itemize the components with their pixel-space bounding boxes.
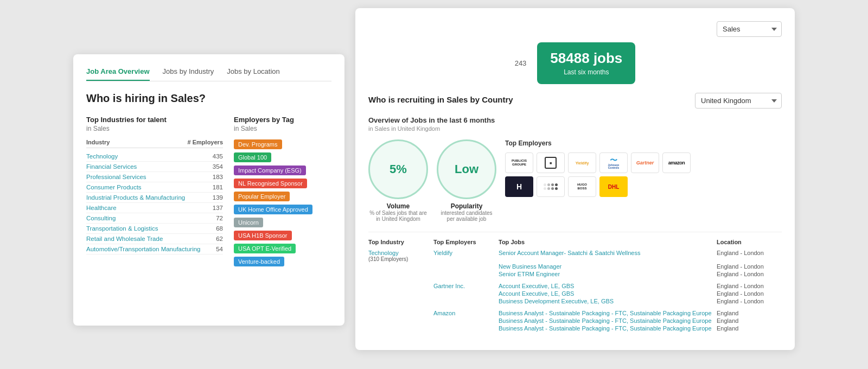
table-row: Industrial Products & Manufacturing 139 <box>86 193 223 203</box>
tag-venture-backed[interactable]: Venture-backed <box>234 257 284 266</box>
popularity-block: Low Popularity interested candidates per… <box>437 139 496 222</box>
logo-row-1: PUBLICISGROUPE ■ Yieldify <box>505 152 782 173</box>
tag-popular-employer[interactable]: Popular Employer <box>234 192 290 201</box>
job-location: England - London <box>717 283 782 289</box>
tag-impact-company[interactable]: Impact Company (ESG) <box>234 166 306 175</box>
industry-name[interactable]: Consumer Products <box>86 184 142 190</box>
industries-subtitle: in Sales <box>86 125 223 132</box>
overview-section: Overview of Jobs in the last 6 months in… <box>368 116 782 332</box>
table-row: Transportation & Logistics 68 <box>86 224 223 234</box>
volume-desc: % of Sales jobs that are in United Kingd… <box>368 210 428 222</box>
job-link[interactable]: Business Analyst - Sustainable Packaging… <box>499 310 717 316</box>
industry-name[interactable]: Retail and Wholesale Trade <box>86 236 163 242</box>
tag-home-office[interactable]: UK Home Office Approved <box>234 205 312 214</box>
industry-count: 72 <box>216 215 223 221</box>
industry-count: 183 <box>213 174 223 180</box>
right-card: Sales 243 58488 jobs Last six months Who… <box>355 8 795 350</box>
industry-link[interactable]: Technology <box>368 250 433 256</box>
job-link[interactable]: Senior Account Manager- Saatchi & Saatch… <box>499 250 717 262</box>
employer-group-yieldify: Technology (310 Employers) Yieldify Seni… <box>368 250 782 277</box>
page-wrapper: Job Area Overview Jobs by Industry Jobs … <box>0 0 868 369</box>
overview-subtitle: in Sales in United Kingdom <box>368 125 782 132</box>
employer-link[interactable]: Yieldify <box>433 250 499 262</box>
industry-count: 354 <box>213 163 223 170</box>
logo-amazon: amazon <box>662 152 691 173</box>
job-link[interactable]: New Business Manager <box>499 263 717 270</box>
section-title: Who is recruiting in Sales by Country <box>368 95 513 104</box>
job-link[interactable]: Business Analyst - Sustainable Packaging… <box>499 325 717 332</box>
tag-global-100[interactable]: Global 100 <box>234 152 271 162</box>
tabs-left: Job Area Overview Jobs by Industry Jobs … <box>86 67 331 81</box>
industry-name[interactable]: Professional Services <box>86 174 146 180</box>
tab-job-area-overview[interactable]: Job Area Overview <box>86 67 150 81</box>
logo-hugo-boss: HUGOBOSS <box>568 176 596 197</box>
tab-jobs-by-location[interactable]: Jobs by Location <box>227 67 280 81</box>
popularity-label: Popularity <box>451 202 483 210</box>
industry-name[interactable]: Financial Services <box>86 163 137 170</box>
industry-name[interactable]: Consulting <box>86 215 116 221</box>
tag-usa-opt[interactable]: USA OPT E-Verified <box>234 244 296 253</box>
table-headers: Top Industry Top Employers Top Jobs Loca… <box>368 239 782 245</box>
job-location: England <box>717 310 782 316</box>
job-link[interactable]: Account Executive, LE, GBS <box>499 283 717 289</box>
overview-title: Overview of Jobs in the last 6 months <box>368 116 782 124</box>
top-employers-title: Top Employers <box>505 139 782 147</box>
table-row: Senior ETRM Engineer England - London <box>368 271 782 277</box>
header-jobs: Top Jobs <box>499 239 717 245</box>
table-row: Technology 435 <box>86 151 223 162</box>
table-row: Business Analyst - Sustainable Packaging… <box>368 317 782 324</box>
industry-name[interactable]: Industrial Products & Manufacturing <box>86 194 185 201</box>
col-industry: Industry <box>86 139 110 145</box>
table-row: Consulting 72 <box>86 213 223 224</box>
table-row: Technology (310 Employers) Yieldify Seni… <box>368 250 782 262</box>
job-location: England - London <box>717 298 782 304</box>
logo-gartner: Gartner <box>631 152 659 173</box>
industry-name[interactable]: Healthcare <box>86 205 117 211</box>
job-location: England <box>717 325 782 332</box>
volume-circle: 5% <box>368 139 428 199</box>
industry-name[interactable]: Technology <box>86 153 118 160</box>
tag-dev-programs[interactable]: Dev. Programs <box>234 139 282 149</box>
header-industry: Top Industry <box>368 239 433 245</box>
logo-square: ■ <box>537 152 565 173</box>
jobs-badge: 58488 jobs Last six months <box>537 42 635 84</box>
sales-dropdown[interactable]: Sales <box>717 21 782 37</box>
logo-dhl: DHL <box>599 176 628 197</box>
country-dropdown[interactable]: United Kingdom <box>695 93 782 109</box>
job-location: England - London <box>717 271 782 277</box>
employer-link[interactable]: Amazon <box>433 310 499 316</box>
jobs-number: 58488 jobs <box>550 50 622 67</box>
table-row: Professional Services 183 <box>86 172 223 182</box>
job-link[interactable]: Senior ETRM Engineer <box>499 271 717 277</box>
top-employers-section: Top Employers PUBLICISGROUPE ■ <box>505 139 782 222</box>
bottom-table: Top Industry Top Employers Top Jobs Loca… <box>368 232 782 332</box>
industry-name[interactable]: Automotive/Transportation Manufacturing <box>86 246 201 252</box>
industry-count: 139 <box>213 194 223 201</box>
table-row: New Business Manager England - London <box>368 263 782 270</box>
tag-unicorn[interactable]: Unicorn <box>234 218 263 227</box>
employer-link[interactable]: Gartner Inc. <box>433 283 499 289</box>
job-location: England - London <box>717 250 782 262</box>
logo-dots <box>537 176 565 197</box>
tags-panel: Employers by Tag in Sales Dev. Programs … <box>234 116 331 269</box>
table-row: Consumer Products 181 <box>86 182 223 193</box>
left-card: Job Area Overview Jobs by Industry Jobs … <box>73 54 344 326</box>
col-employers: # Employers <box>188 139 223 145</box>
page-title: Who is hiring in Sales? <box>86 92 331 105</box>
tab-jobs-by-industry[interactable]: Jobs by Industry <box>163 67 214 81</box>
industry-name[interactable]: Transportation & Logistics <box>86 225 158 232</box>
header-employers: Top Employers <box>433 239 499 245</box>
table-row: Amazon Business Analyst - Sustainable Pa… <box>368 310 782 316</box>
job-link[interactable]: Business Analyst - Sustainable Packaging… <box>499 317 717 324</box>
col-headers: Industry # Employers <box>86 139 223 148</box>
overview-main: 5% Volume % of Sales jobs that are in Un… <box>368 139 782 222</box>
jobs-sublabel: Last six months <box>564 68 609 76</box>
logo-h: H <box>505 176 533 197</box>
employer-group-amazon: Amazon Business Analyst - Sustainable Pa… <box>368 310 782 332</box>
left-content: Top Industries for talent in Sales Indus… <box>86 116 331 269</box>
tag-nl-recognised[interactable]: NL Recognised Sponsor <box>234 179 307 188</box>
job-link[interactable]: Account Executive, LE, GBS <box>499 290 717 297</box>
job-link[interactable]: Business Development Executive, LE, GBS <box>499 298 717 304</box>
tag-usa-h1b[interactable]: USA H1B Sponsor <box>234 231 292 240</box>
right-header: Who is recruiting in Sales by Country Un… <box>368 93 782 109</box>
